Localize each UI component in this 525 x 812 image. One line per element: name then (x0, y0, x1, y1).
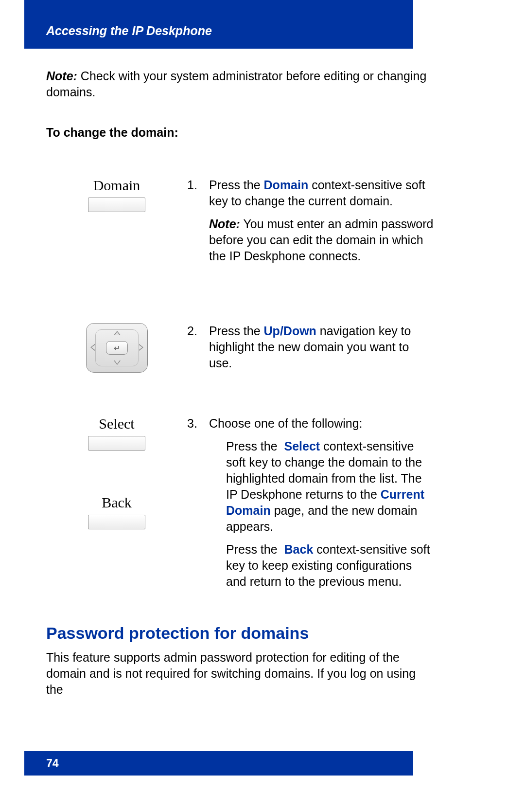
step-2-body: Press the Up/Down navigation key to high… (209, 323, 435, 371)
step-3: Select Back 3. Choose one of the followi… (46, 415, 435, 590)
softkey-back-button-icon (88, 515, 145, 529)
step-2: ↵ 2. Press the Up/Down navigation key to… (46, 323, 435, 415)
select-keyword: Select (284, 439, 320, 453)
chapter-title: Accessing the IP Deskphone (46, 24, 212, 38)
step-2-text: 2. Press the Up/Down navigation key to h… (187, 323, 435, 371)
step-1-number: 1. (187, 177, 209, 264)
nav-right-icon (139, 344, 143, 351)
step-1-graphic: Domain (46, 177, 187, 251)
step-3-body: Choose one of the following: Press the S… (209, 415, 435, 590)
softkey-back-label: Back (102, 494, 132, 511)
chapter-header: Accessing the IP Deskphone (24, 0, 413, 49)
step-1-note: Note: You must enter an admin password b… (209, 216, 435, 264)
step-2-number: 2. (187, 323, 209, 371)
step-3-graphic: Select Back (46, 415, 187, 568)
softkey-domain-button-icon (88, 198, 145, 212)
domain-keyword: Domain (264, 178, 309, 192)
step-1: Domain 1. Press the Domain context-sensi… (46, 177, 435, 323)
page-content: Note: Check with your system administrat… (46, 68, 435, 698)
step-1-pre: Press the (209, 178, 264, 192)
page-footer: 74 (24, 751, 413, 776)
updown-keyword: Up/Down (264, 324, 316, 338)
step-3-lead: Choose one of the following: (209, 416, 363, 430)
section-heading: Password protection for domains (46, 624, 435, 643)
opt-b-pre: Press the (226, 542, 281, 556)
nav-left-icon (90, 344, 95, 351)
step-1-body: Press the Domain context-sensitive soft … (209, 177, 435, 264)
nav-up-icon (114, 331, 121, 335)
procedure-heading: To change the domain: (46, 125, 435, 141)
back-keyword: Back (284, 542, 314, 556)
navigation-key-icon: ↵ (86, 323, 148, 373)
softkey-back: Back (88, 494, 145, 529)
softkey-select-button-icon (88, 436, 145, 451)
step-3-option-back: Press the Back context-sensitive soft ke… (209, 541, 435, 590)
step-2-graphic: ↵ (46, 323, 187, 373)
procedure-steps: Domain 1. Press the Domain context-sensi… (46, 177, 435, 590)
softkey-select-label: Select (99, 415, 134, 432)
section-body: This feature supports admin password pro… (46, 650, 435, 698)
softkey-domain-label: Domain (93, 177, 140, 194)
softkey-domain: Domain (88, 177, 145, 212)
step-1-text: 1. Press the Domain context-sensitive so… (187, 177, 435, 264)
nav-enter-icon: ↵ (106, 341, 128, 355)
step-3-number: 3. (187, 415, 209, 590)
step-3-option-select: Press the Select context-sensitive soft … (209, 438, 435, 535)
opt-a-pre: Press the (226, 439, 281, 453)
note-label: Note: (46, 69, 77, 83)
admin-note: Note: Check with your system administrat… (46, 68, 435, 100)
softkey-select: Select (88, 415, 145, 451)
page-number: 74 (46, 757, 59, 770)
step-3-text: 3. Choose one of the following: Press th… (187, 415, 435, 590)
nav-down-icon (114, 361, 121, 365)
step-2-pre: Press the (209, 324, 264, 338)
page: Accessing the IP Deskphone Note: Check w… (0, 0, 525, 812)
step-1-note-text: You must enter an admin password before … (209, 217, 433, 263)
note-text: Check with your system administrator bef… (46, 69, 426, 99)
step-1-note-label: Note: (209, 217, 240, 231)
